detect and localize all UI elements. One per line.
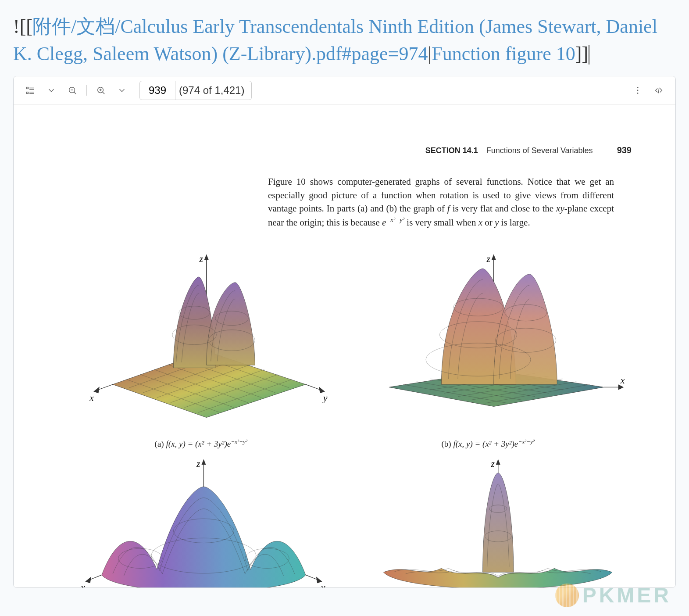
link-separator: | (428, 43, 432, 64)
dots-vertical-icon (633, 86, 643, 95)
figure-c: z x y (63, 454, 339, 588)
svg-line-16 (658, 88, 659, 93)
svg-point-14 (637, 90, 639, 91)
svg-line-10 (103, 92, 104, 94)
figure-row-1: z (57, 247, 632, 449)
svg-marker-44 (491, 254, 496, 260)
figure-a: z (63, 247, 339, 449)
svg-rect-1 (27, 92, 29, 94)
toggle-source-button[interactable] (650, 82, 668, 99)
para-y: y (495, 217, 499, 228)
zoom-dropdown-button[interactable] (113, 82, 131, 99)
svg-text:z: z (490, 458, 495, 469)
figure-a-caption: (a) f(x, y) = (x² + 3y²)e−x²−y² (63, 438, 339, 449)
link-suffix: ]] (575, 43, 588, 64)
zoom-out-button[interactable] (64, 82, 81, 99)
svg-line-7 (74, 92, 76, 94)
para-tail: is very small when (404, 217, 478, 228)
svg-text:y: y (320, 582, 325, 587)
zoom-in-button[interactable] (92, 82, 110, 99)
page-number-input[interactable] (140, 82, 175, 99)
para-or: or (482, 217, 495, 228)
surface-plot-c: z x y (63, 454, 339, 588)
svg-marker-38 (93, 387, 100, 393)
figure-b: z (350, 247, 626, 449)
svg-marker-66 (202, 459, 206, 465)
link-alias[interactable]: Function figure 10 (432, 43, 575, 64)
page-number: 939 (617, 145, 632, 155)
toolbar-separator (86, 85, 87, 96)
para-xy: xy (556, 203, 564, 214)
watermark-text: PKMER (582, 583, 671, 607)
pdf-embed-frame: (974 of 1,421) SECTION 14.1 Functions of… (13, 76, 676, 588)
svg-text:x: x (80, 582, 85, 587)
surface-plot-a: z (63, 247, 339, 434)
svg-text:z: z (196, 458, 200, 469)
para-end: is large. (499, 217, 530, 228)
surface-plot-d: z x (350, 454, 626, 588)
chevron-down-icon (46, 86, 56, 95)
embed-link-source: ![[附件/文档/Calculus Early Transcendentals … (0, 0, 689, 76)
svg-text:y: y (322, 393, 328, 403)
text-cursor (589, 45, 589, 64)
more-options-button[interactable] (629, 82, 646, 99)
svg-rect-0 (27, 87, 29, 89)
svg-point-15 (637, 93, 639, 94)
running-head: SECTION 14.1 Functions of Several Variab… (425, 145, 632, 155)
svg-point-13 (637, 87, 639, 88)
section-label: SECTION 14.1 (425, 146, 478, 155)
svg-text:x: x (620, 375, 625, 386)
outline-icon (25, 86, 35, 95)
para-x: x (478, 217, 482, 228)
outline-toggle-button[interactable] (21, 82, 39, 99)
pdf-page-content[interactable]: SECTION 14.1 Functions of Several Variab… (14, 105, 675, 587)
watermark: PKMER (555, 583, 671, 607)
code-icon (654, 86, 664, 95)
svg-marker-79 (496, 459, 500, 465)
chevron-down-icon (117, 86, 127, 95)
svg-text:z: z (486, 254, 490, 264)
pdf-toolbar: (974 of 1,421) (14, 76, 675, 105)
section-title: Functions of Several Variables (486, 146, 593, 155)
para-exp: −x²−y² (386, 216, 404, 223)
zoom-in-icon (96, 86, 106, 95)
link-prefix: ![[ (13, 16, 32, 37)
figure-b-caption: (b) f(x, y) = (x² + 3y²)e−x²−y² (350, 438, 626, 449)
page-total-label: (974 of 1,421) (175, 81, 251, 100)
surface-plot-b: z (350, 247, 626, 434)
page-number-box: (974 of 1,421) (139, 81, 252, 100)
zoom-out-icon (68, 86, 77, 95)
svg-marker-18 (204, 254, 209, 260)
svg-marker-73 (85, 577, 91, 583)
watermark-logo-icon (555, 584, 579, 607)
outline-dropdown-button[interactable] (43, 82, 60, 99)
para-mid: is very flat and close to the (450, 203, 556, 214)
body-paragraph: Figure 10 shows computer-generated graph… (268, 175, 614, 229)
svg-text:z: z (199, 254, 203, 264)
figure-d: z x (350, 454, 626, 588)
figure-row-2: z x y (57, 454, 632, 588)
svg-text:x: x (89, 393, 94, 403)
